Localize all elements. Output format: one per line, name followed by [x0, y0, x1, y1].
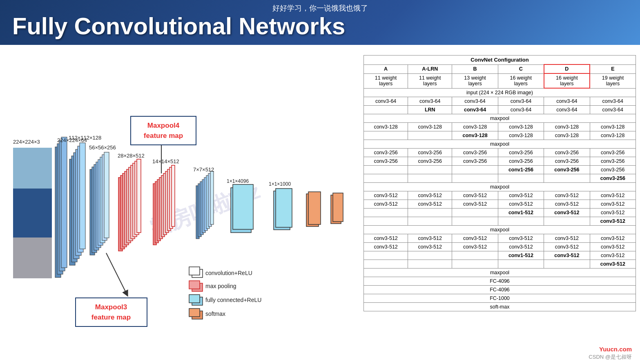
- svg-text:max pooling: max pooling: [205, 283, 236, 289]
- col-d-sublabel: 16 weightlayers: [544, 73, 590, 88]
- fc-4096-row2: FC-4096: [364, 286, 636, 294]
- svg-text:14×14×512: 14×14×512: [152, 158, 179, 164]
- svg-text:Maxpool4: Maxpool4: [147, 122, 180, 129]
- footer-yuucn: Yuucn.com: [599, 346, 632, 353]
- header-title: Fully Convolutional Networks: [12, 14, 345, 38]
- col-b-sublabel: 13 weightlayers: [452, 73, 498, 88]
- svg-text:fully connected+ReLU: fully connected+ReLU: [205, 297, 261, 303]
- col-b-header: B: [452, 64, 498, 73]
- svg-text:28×28×512: 28×28×512: [118, 153, 145, 159]
- svg-rect-80: [189, 281, 200, 289]
- svg-rect-14: [80, 143, 85, 249]
- table-header-row: A A-LRN B C D E: [364, 64, 636, 73]
- svg-rect-73: [76, 298, 147, 326]
- svg-text:feature map: feature map: [144, 132, 183, 140]
- svg-text:1×1×4096: 1×1×4096: [227, 178, 249, 184]
- svg-text:224×224×3: 224×224×3: [13, 139, 40, 145]
- conv3-row3: conv1-256 conv3-256 conv3-256: [364, 166, 636, 174]
- svg-text:convolution+ReLU: convolution+ReLU: [205, 270, 252, 276]
- col-a-header: A: [364, 64, 408, 73]
- svg-text:112×112×128: 112×112×128: [69, 135, 101, 141]
- col-e-sublabel: 19 weightlayers: [590, 73, 636, 88]
- softmax-row: soft-max: [364, 303, 636, 311]
- col-alrn-header: A-LRN: [408, 64, 452, 73]
- conv4-row2: conv3-512 conv3-512 conv3-512 conv3-512 …: [364, 200, 636, 209]
- diagram-area: 霜房吧啦Wz: [4, 53, 359, 360]
- input-row: input (224 × 224 RGB image): [364, 88, 636, 97]
- svg-rect-50: [210, 171, 214, 224]
- input-label: input (224 × 224 RGB image): [364, 88, 636, 97]
- table-title-row: ConvNet Configuration: [364, 55, 636, 65]
- svg-rect-77: [189, 267, 200, 275]
- main-content: 霜房吧啦Wz: [0, 45, 640, 364]
- svg-rect-2: [13, 148, 52, 189]
- fc-1000-row: FC-1000: [364, 294, 636, 303]
- svg-rect-22: [104, 152, 109, 238]
- svg-text:1×1×1000: 1×1×1000: [269, 181, 291, 187]
- table-title: ConvNet Configuration: [364, 55, 636, 65]
- svg-rect-70: [131, 116, 196, 145]
- conv1-row1: conv3-64 conv3-64 conv3-64 conv3-64 conv…: [364, 97, 636, 106]
- svg-text:feature map: feature map: [91, 313, 131, 321]
- conv4-row4: conv3-512: [364, 217, 636, 226]
- svg-rect-54: [276, 189, 292, 227]
- conv2-row1: conv3-128 conv3-128 conv3-128 conv3-128 …: [364, 123, 636, 131]
- maxpool-1: maxpool: [364, 114, 636, 123]
- conv5-row2: conv3-512 conv3-512 conv3-512 conv3-512 …: [364, 243, 636, 251]
- header-subtitle: 好好学习，你一说饿我也饿了: [272, 3, 368, 13]
- svg-rect-8: [61, 137, 67, 268]
- conv1-row2: LRN conv3-64 conv3-64 conv3-64 conv3-64: [364, 106, 636, 114]
- footer-csdn: CSDN @是七叔呀: [589, 353, 632, 361]
- maxpool-3: maxpool: [364, 183, 636, 191]
- svg-rect-32: [137, 159, 141, 233]
- svg-rect-56: [308, 192, 321, 224]
- col-c-sublabel: 16 weightlayers: [498, 73, 544, 88]
- col-c-header: C: [498, 64, 544, 73]
- maxpool-4: maxpool: [364, 226, 636, 234]
- conv4-row3: conv1-512 conv3-512 conv3-512: [364, 209, 636, 217]
- svg-rect-42: [172, 165, 175, 226]
- footer: Yuucn.com CSDN @是七叔呀: [589, 346, 632, 361]
- network-diagram: 224×224×3 224×224×64 112×112×128 56×56×2…: [4, 53, 359, 339]
- conv4-row1: conv3-512 conv3-512 conv3-512 conv3-512 …: [364, 191, 636, 200]
- fc-4096-row1: FC-4096: [364, 277, 636, 286]
- svg-text:56×56×256: 56×56×256: [89, 144, 116, 151]
- svg-rect-58: [333, 193, 343, 222]
- header: 好好学习，你一说饿我也饿了 Fully Convolutional Networ…: [0, 0, 640, 45]
- svg-rect-83: [189, 295, 200, 303]
- col-d-header: D: [544, 64, 590, 73]
- svg-text:7×7×512: 7×7×512: [193, 166, 214, 173]
- table-area: ConvNet Configuration A A-LRN B C D E 11…: [363, 53, 636, 360]
- conv5-row1: conv3-512 conv3-512 conv3-512 conv3-512 …: [364, 234, 636, 243]
- conv5-row3: conv1-512 conv3-512 conv3-512: [364, 251, 636, 260]
- convnet-table: ConvNet Configuration A A-LRN B C D E 11…: [363, 55, 636, 311]
- conv3-row2: conv3-256 conv3-256 conv3-256 conv3-256 …: [364, 157, 636, 166]
- svg-rect-86: [189, 309, 200, 317]
- conv3-row1: conv3-256 conv3-256 conv3-256 conv3-256 …: [364, 149, 636, 157]
- conv2-row2: conv3-128 conv3-128 conv3-128 conv3-128: [364, 131, 636, 140]
- svg-text:Maxpool3: Maxpool3: [95, 303, 127, 311]
- col-e-header: E: [590, 64, 636, 73]
- svg-rect-52: [233, 184, 253, 229]
- col-alrn-sublabel: 11 weightlayers: [408, 73, 452, 88]
- col-a-sublabel: 11 weightlayers: [364, 73, 408, 88]
- conv5-row4: conv3-512: [364, 260, 636, 269]
- svg-rect-4: [13, 237, 52, 278]
- conv3-row4: conv3-256: [364, 174, 636, 183]
- svg-rect-3: [13, 189, 52, 237]
- maxpool-5: maxpool: [364, 269, 636, 277]
- svg-text:softmax: softmax: [205, 311, 225, 317]
- sublabel-row: 11 weightlayers 11 weightlayers 13 weigh…: [364, 73, 636, 88]
- svg-line-69: [106, 253, 127, 294]
- maxpool-2: maxpool: [364, 140, 636, 149]
